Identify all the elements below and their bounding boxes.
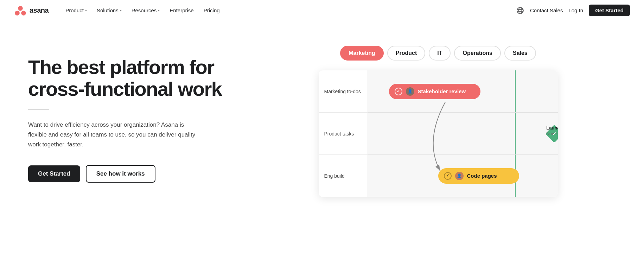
svg-point-1 [15, 11, 20, 15]
hero-section: The best platform for cross-functional w… [0, 21, 644, 259]
task-avatar-stakeholder: 👤 [406, 87, 414, 96]
logo-text: asana [30, 6, 49, 14]
milestone-label: Launch campaign 🚀 Nov 7 [546, 125, 557, 137]
chart-content: ✓ 👤 Stakeholder review ✓ [368, 70, 558, 197]
nav-item-solutions[interactable]: Solutions ▾ [93, 5, 126, 15]
chart-row-product: ✓ Launch campaign 🚀 Nov 7 [368, 113, 558, 155]
tab-sales[interactable]: Sales [504, 46, 536, 61]
chart-row-eng: ✓ 👤 Code pages [368, 155, 558, 197]
tab-marketing[interactable]: Marketing [340, 46, 384, 61]
chart-label-eng: Eng build [319, 155, 368, 197]
task-avatar-code: 👤 [455, 172, 464, 180]
chart-label-marketing: Marketing to-dos [319, 70, 368, 113]
nav-item-product[interactable]: Product ▾ [61, 5, 91, 15]
chevron-down-icon: ▾ [85, 8, 87, 12]
nav-item-resources[interactable]: Resources ▾ [127, 5, 164, 15]
navbar: asana Product ▾ Solutions ▾ Resources ▾ … [0, 0, 644, 21]
task-check-icon-yellow: ✓ [444, 172, 452, 180]
hero-title: The best platform for cross-functional w… [28, 56, 246, 100]
chevron-down-icon: ▾ [158, 8, 160, 12]
hero-see-how-button[interactable]: See how it works [86, 165, 155, 183]
asana-logo-icon [14, 4, 27, 17]
hero-get-started-button[interactable]: Get Started [28, 165, 80, 182]
logo-link[interactable]: asana [14, 4, 49, 17]
globe-icon[interactable] [516, 6, 524, 15]
nav-item-enterprise[interactable]: Enterprise [165, 5, 198, 15]
hero-right: Marketing Product IT Operations Sales Ma… [246, 42, 630, 197]
chart-label-product: Product tasks [319, 113, 368, 155]
task-stakeholder-review[interactable]: ✓ 👤 Stakeholder review [389, 84, 480, 99]
contact-sales-link[interactable]: Contact Sales [530, 7, 563, 13]
milestone: ✓ Launch campaign 🚀 Nov 7 [548, 127, 558, 140]
login-link[interactable]: Log In [568, 7, 583, 13]
task-check-icon: ✓ [395, 88, 402, 95]
nav-right: Contact Sales Log In Get Started [516, 5, 630, 16]
demo-chart: Marketing to-dos Product tasks Eng build… [319, 70, 558, 197]
chevron-down-icon: ▾ [120, 8, 122, 12]
chart-labels: Marketing to-dos Product tasks Eng build [319, 70, 368, 197]
hero-divider [28, 109, 49, 110]
tab-product[interactable]: Product [387, 46, 425, 61]
task-label-code: Code pages [467, 173, 497, 179]
svg-point-4 [519, 7, 522, 14]
tab-operations[interactable]: Operations [454, 46, 500, 61]
tab-it[interactable]: IT [429, 46, 451, 61]
hero-buttons: Get Started See how it works [28, 165, 246, 183]
hero-description: Want to drive efficiency across your org… [28, 120, 197, 150]
task-code-pages[interactable]: ✓ 👤 Code pages [438, 168, 519, 184]
chart-row-marketing: ✓ 👤 Stakeholder review [368, 70, 558, 113]
task-label-stakeholder: Stakeholder review [418, 88, 466, 94]
milestone-date: Nov 7 [546, 131, 557, 136]
nav-item-pricing[interactable]: Pricing [199, 5, 224, 15]
hero-left: The best platform for cross-functional w… [28, 42, 246, 183]
svg-point-0 [18, 6, 23, 11]
svg-point-3 [517, 7, 523, 14]
nav-links: Product ▾ Solutions ▾ Resources ▾ Enterp… [61, 5, 516, 15]
nav-get-started-button[interactable]: Get Started [589, 5, 630, 16]
svg-point-2 [21, 11, 26, 15]
demo-tabs: Marketing Product IT Operations Sales [340, 46, 536, 61]
chart-inner: Marketing to-dos Product tasks Eng build… [319, 70, 558, 197]
